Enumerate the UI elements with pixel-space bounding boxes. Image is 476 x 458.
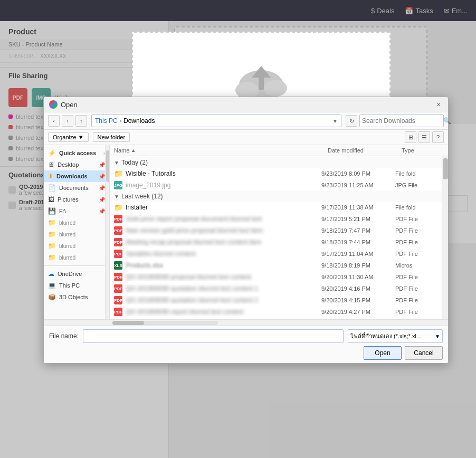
filetype-select[interactable]: ไฟล์ที่กำหนดเอง (*.xls;*.xlsx;*.doc ▼: [348, 329, 443, 343]
svg-point-7: [264, 80, 287, 97]
dialog-title-text: Open: [61, 101, 78, 109]
nav-pictures[interactable]: 🖼 Pictures 📌: [44, 194, 109, 205]
nav-quick-access[interactable]: ⚡ Quick access ›: [44, 147, 109, 159]
file-row-pdf2[interactable]: PDF New version gold price proposal blur…: [110, 225, 442, 236]
refresh-button[interactable]: ↻: [346, 115, 357, 127]
file-row-pdf1[interactable]: PDF Gold price report proposal document …: [110, 213, 442, 225]
nav-onedrive[interactable]: ☁ OneDrive: [44, 268, 109, 280]
organize-chevron-icon: ▼: [78, 134, 84, 140]
file-name-pdf5: QO-201909090 proposal blurred text conte…: [126, 273, 251, 281]
group-today[interactable]: ▼ Today (2): [110, 157, 442, 168]
nav-3d-objects[interactable]: 📦 3D Objects: [44, 291, 109, 303]
organize-button[interactable]: Organize ▼: [48, 132, 89, 142]
breadcrumb-expand-icon: ▼: [332, 118, 338, 124]
file-date-pdf6: 9/20/2019 4:16 PM: [321, 285, 395, 292]
file-date-pdf3: 9/18/2019 7:44 PM: [321, 239, 395, 245]
file-type-excel: Micros: [395, 262, 437, 269]
file-date-pdf4: 9/17/2019 11:04 AM: [321, 251, 395, 257]
group-lastweek[interactable]: ▼ Last week (12): [110, 191, 442, 202]
file-name-pdf6: QO-201909090 quotation blurred text cont…: [126, 285, 259, 292]
nav-folder-4[interactable]: 📁 blurred: [44, 252, 109, 263]
file-row-pdf7[interactable]: PDF QO-201909090 quotation blurred text …: [110, 294, 442, 306]
view-controls: ⊞ ☰ ?: [405, 131, 444, 143]
file-type-pdf6: PDF File: [395, 285, 437, 292]
pdf-icon-8: PDF: [114, 308, 122, 316]
nav-downloads[interactable]: ⬇ Downloads 📌: [44, 170, 109, 182]
h-scroll-track: [112, 321, 218, 325]
pictures-pin-icon: 📌: [99, 197, 105, 203]
file-row-jpg[interactable]: JPG image_2019.jpg 9/23/2019 11:25 AM JP…: [110, 179, 442, 191]
file-row-pdf6[interactable]: PDF QO-201909090 quotation blurred text …: [110, 283, 442, 294]
file-name-installer: Installer: [126, 204, 148, 211]
filename-input[interactable]: [83, 329, 344, 343]
sort-icon: ▲: [131, 148, 136, 153]
details-view-button[interactable]: ☰: [418, 131, 430, 143]
dialog-bottom: File name: ไฟล์ที่กำหนดเอง (*.xls;*.xlsx…: [44, 326, 448, 346]
downloads-pin-icon: 📌: [99, 174, 105, 179]
up-button[interactable]: ↑: [75, 115, 87, 127]
pdf-icon-6: PDF: [114, 284, 122, 293]
file-row-pdf4[interactable]: PDF Variables blurred content 9/17/2019 …: [110, 248, 442, 260]
col-name-header[interactable]: Name ▲: [114, 147, 328, 154]
nav-folder-3[interactable]: 📁 blurred: [44, 240, 109, 252]
file-list-container: ▼ Today (2) 📁 Wisible - Tutorails 9/23/2…: [110, 156, 448, 319]
nav-desktop[interactable]: 🖥 Desktop 📌: [44, 159, 109, 170]
file-name-pdf8: QO-201909090 report blurred text content: [126, 308, 243, 316]
horizontal-scrollbar[interactable]: [44, 319, 448, 326]
file-type-wisible: File fold: [395, 170, 437, 177]
drive-icon: 💾: [48, 207, 56, 215]
file-date-pdf7: 9/20/2019 4:15 PM: [321, 297, 395, 303]
file-row-pdf8[interactable]: PDF QO-201909090 report blurred text con…: [110, 306, 442, 318]
file-date-wisible: 9/23/2019 8:09 PM: [321, 170, 395, 177]
breadcrumb-bar[interactable]: This PC › Downloads ▼: [91, 114, 341, 127]
file-name-pdf2: New version gold price proposal blurred …: [126, 227, 263, 234]
forward-button-dialog[interactable]: ›: [62, 115, 73, 127]
help-button[interactable]: ?: [432, 131, 444, 143]
svg-rect-8: [259, 75, 264, 90]
nav-this-pc[interactable]: 💻 This PC: [44, 280, 109, 291]
excel-icon: XLS: [114, 261, 122, 270]
file-date-jpg: 9/23/2019 11:25 AM: [321, 182, 395, 188]
h-scroll-thumb: [112, 321, 144, 325]
file-date-pdf1: 9/17/2019 5:21 PM: [321, 216, 395, 222]
nav-f-drive[interactable]: 💾 F:\ 📌: [44, 205, 109, 217]
nav-scrollbar[interactable]: [105, 145, 109, 319]
file-row-pdf5[interactable]: PDF QO-201909090 proposal blurred text c…: [110, 271, 442, 283]
group-lastweek-chevron: ▼: [114, 194, 119, 199]
file-name-pdf7: QO-201909090 quotation blurred text cont…: [126, 297, 259, 304]
file-name-pdf1: Gold price report proposal document blur…: [126, 215, 262, 223]
file-row-installer[interactable]: 📁 Installer 9/17/2019 11:38 AM File fold: [110, 202, 442, 213]
downloads-icon: ⬇: [48, 173, 53, 180]
file-list-area: ▼ Today (2) 📁 Wisible - Tutorails 9/23/2…: [110, 156, 442, 319]
dialog-close-button[interactable]: ×: [434, 100, 443, 109]
folder-icon-wisible: 📁: [114, 169, 122, 178]
list-view-button[interactable]: ⊞: [405, 131, 416, 143]
file-name-pdf4: Variables blurred content: [126, 250, 196, 257]
filename-label: File name:: [49, 332, 79, 340]
folder-1-icon: 📁: [48, 219, 56, 226]
desktop-pin-icon: 📌: [99, 162, 105, 168]
col-date-header[interactable]: Date modified: [328, 147, 402, 154]
back-button[interactable]: ‹: [48, 115, 60, 127]
file-list-scrollbar[interactable]: [442, 156, 448, 319]
onedrive-icon: ☁: [48, 270, 54, 278]
nav-folder-2[interactable]: 📁 blurred: [44, 228, 109, 240]
nav-divider-1: [44, 265, 109, 266]
file-type-pdf2: PDF File: [395, 227, 437, 234]
col-type-header[interactable]: Type: [402, 147, 444, 154]
folder-4-icon: 📁: [48, 254, 56, 261]
svg-point-6: [235, 82, 259, 99]
nav-documents[interactable]: 📄 Documents 📌: [44, 182, 109, 194]
nav-scroll-thumb: [106, 150, 109, 182]
new-folder-button[interactable]: New folder: [93, 132, 130, 142]
group-today-chevron: ▼: [114, 160, 119, 166]
search-input[interactable]: [362, 117, 441, 125]
file-row-excel[interactable]: XLS Products.xlsx 9/18/2019 8:19 PM Micr…: [110, 260, 442, 271]
file-row-pdf3[interactable]: PDF Meeting recap proposal blurred text …: [110, 236, 442, 248]
open-button[interactable]: Open: [364, 346, 402, 360]
cancel-button[interactable]: Cancel: [405, 346, 443, 360]
nav-folder-1[interactable]: 📁 blurred: [44, 217, 109, 228]
dialog-body: ⚡ Quick access › 🖥 Desktop 📌 ⬇ Downloads…: [44, 145, 448, 319]
pdf-icon-5: PDF: [114, 273, 122, 281]
file-row-wisible[interactable]: 📁 Wisible - Tutorails 9/23/2019 8:09 PM …: [110, 168, 442, 179]
